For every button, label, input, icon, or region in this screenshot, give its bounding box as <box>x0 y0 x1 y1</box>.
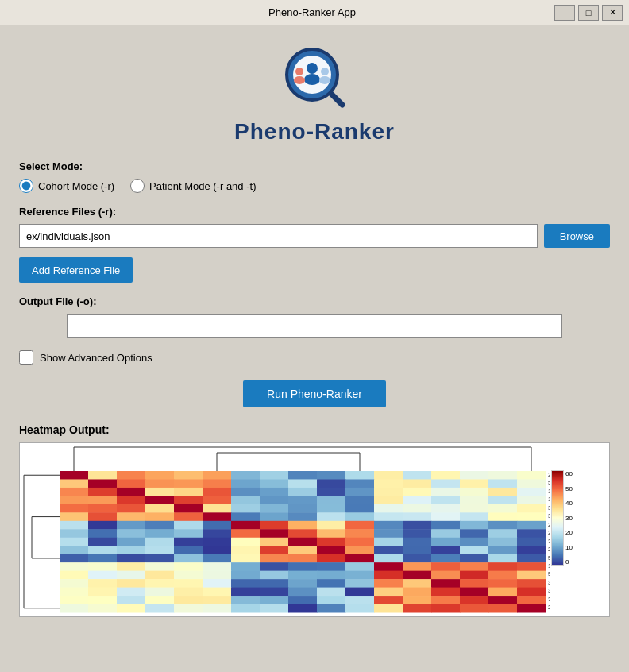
app-name: Pheno-Ranker <box>234 119 395 145</box>
svg-point-4 <box>295 68 303 75</box>
cohort-mode-radio[interactable] <box>19 179 33 193</box>
heatmap-section: Heatmap Output: 60 50 40 30 20 10 0 <box>16 423 613 617</box>
scale-label-10: 10 <box>565 544 573 551</box>
output-file-input[interactable] <box>67 314 562 338</box>
scale-labels: 60 50 40 30 20 10 0 <box>565 470 573 566</box>
heatmap-canvas <box>20 443 550 616</box>
output-file-wrapper <box>19 314 610 338</box>
scale-label-0: 0 <box>565 558 573 566</box>
run-button-wrapper: Run Pheno-Ranker <box>19 380 610 407</box>
scale-label-40: 40 <box>565 500 573 507</box>
reference-files-row: Browse <box>19 224 610 248</box>
logo-area: Pheno-Ranker <box>16 41 613 145</box>
add-reference-file-button[interactable]: Add Reference File <box>19 257 133 283</box>
heatmap-scale: 60 50 40 30 20 10 0 <box>550 443 609 616</box>
patient-mode-option[interactable]: Patient Mode (-r and -t) <box>130 179 256 193</box>
reference-files-label: Reference Files (-r): <box>19 206 610 218</box>
scale-label-50: 50 <box>565 485 573 492</box>
svg-point-2 <box>307 63 318 74</box>
app-logo <box>279 41 350 113</box>
run-pheno-ranker-button[interactable]: Run Pheno-Ranker <box>243 380 386 407</box>
scale-label-30: 30 <box>565 515 573 522</box>
select-mode-label: Select Mode: <box>19 160 610 172</box>
scale-bar <box>551 470 564 566</box>
advanced-options-checkbox[interactable] <box>19 350 33 365</box>
svg-point-6 <box>321 68 329 75</box>
minimize-button[interactable]: – <box>554 5 575 21</box>
svg-point-7 <box>319 76 330 84</box>
close-button[interactable]: ✕ <box>602 5 623 21</box>
app-title: Pheno-Ranker App <box>70 6 554 18</box>
svg-point-5 <box>294 76 305 84</box>
patient-mode-radio[interactable] <box>130 179 145 193</box>
advanced-options-label: Show Advanced Options <box>40 352 152 364</box>
mode-radio-group: Cohort Mode (-r) Patient Mode (-r and -t… <box>19 179 610 193</box>
svg-point-3 <box>304 74 320 85</box>
maximize-button[interactable]: □ <box>578 5 599 21</box>
main-content: Pheno-Ranker Select Mode: Cohort Mode (-… <box>0 25 629 625</box>
output-file-label: Output File (-o): <box>19 295 610 307</box>
cohort-mode-label: Cohort Mode (-r) <box>38 180 114 192</box>
reference-files-input[interactable] <box>19 224 538 248</box>
patient-mode-label: Patient Mode (-r and -t) <box>149 180 256 192</box>
browse-button[interactable]: Browse <box>544 224 610 248</box>
window-controls: – □ ✕ <box>554 5 623 21</box>
title-bar: Pheno-Ranker App – □ ✕ <box>0 0 629 25</box>
output-file-section: Output File (-o): <box>19 295 610 338</box>
heatmap-container: 60 50 40 30 20 10 0 <box>19 442 610 617</box>
form-section: Select Mode: Cohort Mode (-r) Patient Mo… <box>16 160 613 407</box>
scale-label-60: 60 <box>565 470 573 477</box>
cohort-mode-option[interactable]: Cohort Mode (-r) <box>19 179 114 193</box>
scale-label-20: 20 <box>565 529 573 536</box>
heatmap-label: Heatmap Output: <box>19 423 610 436</box>
svg-line-8 <box>331 94 342 105</box>
advanced-options-row: Show Advanced Options <box>19 350 610 365</box>
